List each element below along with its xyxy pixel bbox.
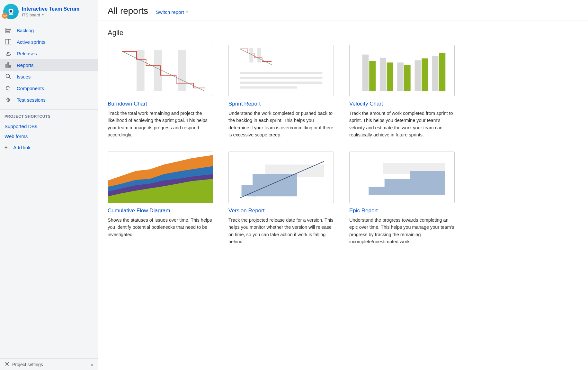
sidebar-item-label: Backlog (17, 28, 34, 33)
sidebar-item-active-sprints[interactable]: Active sprints (0, 36, 98, 48)
svg-rect-39 (415, 60, 421, 91)
project-name[interactable]: Interactive Team Scrum (22, 6, 79, 12)
add-link-button[interactable]: + Add link (0, 141, 98, 153)
svg-rect-41 (432, 56, 439, 91)
svg-rect-30 (240, 77, 323, 79)
report-card-version[interactable]: Version Report Track the projected relea… (228, 152, 334, 245)
svg-rect-52 (410, 171, 445, 195)
svg-rect-37 (397, 62, 404, 91)
sidebar-item-backlog[interactable]: Backlog (0, 24, 98, 36)
report-card-velocity[interactable]: Velocity Chart Track the amount of work … (349, 45, 455, 139)
svg-line-19 (6, 101, 7, 101)
report-description: Understand the work completed or pushed … (228, 110, 334, 139)
switch-report-label: Switch report (156, 9, 184, 15)
sidebar-item-releases[interactable]: Releases (0, 48, 98, 59)
report-title: Epic Report (349, 208, 455, 214)
svg-rect-36 (387, 62, 393, 91)
svg-rect-4 (5, 28, 11, 29)
svg-rect-53 (385, 179, 412, 195)
report-grid: Burndown Chart Track the total work rema… (108, 45, 455, 245)
svg-rect-11 (8, 62, 9, 68)
page-header: All reports Switch report ▼ (98, 0, 588, 21)
svg-rect-29 (240, 72, 323, 74)
sidebar-item-issues[interactable]: Issues (0, 71, 98, 82)
sidebar-item-label: Releases (17, 51, 37, 56)
report-description: Track the amount of work completed from … (349, 110, 455, 139)
shortcuts-heading: PROJECT SHORTCUTS (0, 109, 98, 121)
chevron-down-icon: ▼ (41, 13, 44, 16)
report-card-sprint[interactable]: Sprint Report Understand the work comple… (228, 45, 334, 139)
svg-line-22 (9, 98, 10, 98)
sidebar-item-label: Issues (17, 74, 31, 79)
report-card-burndown[interactable]: Burndown Chart Track the total work rema… (108, 45, 213, 139)
report-description: Shows the statuses of issues over time. … (108, 217, 213, 238)
gear-icon (4, 361, 10, 367)
report-title: Burndown Chart (108, 101, 213, 107)
svg-rect-31 (240, 82, 323, 84)
svg-rect-3 (9, 14, 13, 15)
project-settings-label: Project settings (12, 362, 43, 367)
svg-rect-24 (137, 50, 145, 91)
project-header: </> Interactive Team Scrum ITS board ▼ (0, 0, 98, 23)
plus-icon: + (4, 144, 7, 150)
board-selector-label: ITS board (22, 13, 40, 17)
svg-line-21 (7, 98, 8, 98)
collapse-sidebar-button[interactable]: « (91, 362, 93, 367)
svg-rect-34 (369, 61, 376, 91)
report-thumbnail (108, 152, 213, 203)
board-selector[interactable]: ITS board ▼ (22, 13, 79, 17)
category-title: Agile (108, 29, 578, 37)
svg-rect-42 (439, 53, 446, 91)
project-settings-link[interactable]: Project settings (4, 361, 43, 367)
svg-rect-48 (253, 174, 297, 196)
svg-rect-5 (5, 30, 11, 31)
search-icon (4, 73, 12, 80)
sidebar-item-label: Active sprints (17, 39, 45, 45)
board-icon (4, 39, 12, 45)
main-content: All reports Switch report ▼ Agile (98, 0, 588, 370)
report-thumbnail (108, 45, 213, 96)
shortcut-link[interactable]: Supported DBs (0, 121, 98, 131)
svg-point-2 (10, 10, 12, 12)
report-thumbnail (228, 152, 334, 203)
report-description: Understand the progress towards completi… (349, 217, 455, 245)
svg-rect-26 (178, 50, 186, 91)
bug-icon (4, 97, 12, 103)
backlog-icon (4, 27, 12, 33)
svg-rect-25 (154, 50, 162, 91)
ship-icon (4, 50, 12, 57)
svg-line-18 (10, 99, 10, 100)
shortcut-link[interactable]: Web forms (0, 131, 98, 141)
svg-line-17 (6, 99, 7, 100)
svg-line-14 (9, 78, 11, 79)
puzzle-icon (4, 85, 12, 91)
report-title: Cumulative Flow Diagram (108, 208, 213, 214)
sidebar-item-test-sessions[interactable]: Test sessions (0, 94, 98, 106)
report-title: Version Report (228, 208, 334, 214)
svg-rect-28 (257, 48, 261, 62)
switch-report-button[interactable]: Switch report ▼ (156, 9, 188, 15)
report-thumbnail (228, 45, 334, 96)
chevron-down-icon: ▼ (186, 11, 189, 14)
report-card-cfd[interactable]: Cumulative Flow Diagram Shows the status… (108, 152, 213, 245)
sidebar-item-label: Test sessions (17, 97, 46, 103)
svg-rect-33 (362, 55, 369, 91)
svg-point-13 (6, 74, 10, 78)
svg-line-20 (10, 101, 10, 101)
report-description: Track the total work remaining and proje… (108, 110, 213, 139)
report-title: Sprint Report (228, 101, 334, 107)
sidebar-item-label: Components (17, 86, 44, 91)
svg-rect-35 (380, 58, 386, 91)
svg-rect-12 (10, 65, 11, 68)
svg-rect-54 (369, 187, 386, 195)
sidebar-footer: Project settings « (0, 358, 98, 370)
sidebar-item-reports[interactable]: Reports (0, 59, 98, 71)
svg-rect-49 (242, 185, 256, 197)
svg-rect-40 (422, 58, 428, 91)
page-title: All reports (108, 6, 148, 16)
code-badge-icon: </> (2, 13, 8, 19)
report-thumbnail (349, 152, 455, 203)
sidebar-item-components[interactable]: Components (0, 82, 98, 94)
report-card-epic[interactable]: Epic Report Understand the progress towa… (349, 152, 455, 245)
project-avatar: </> (3, 4, 19, 19)
